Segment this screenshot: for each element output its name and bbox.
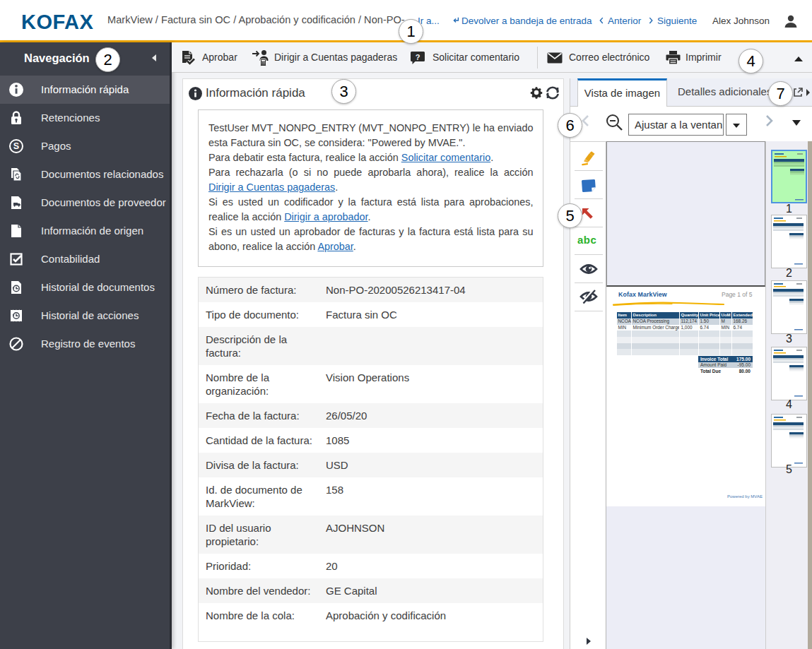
svg-text:?: ? <box>416 53 420 61</box>
svg-text:S: S <box>13 141 19 151</box>
